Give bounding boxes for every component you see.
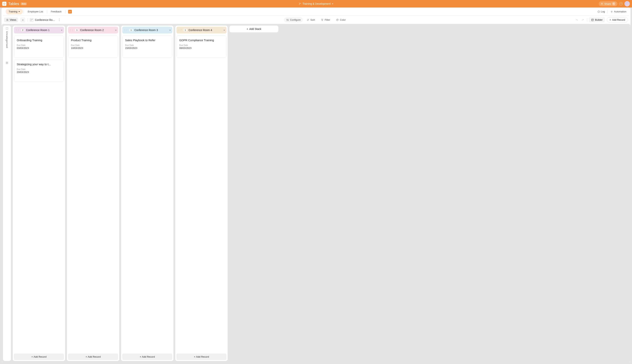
drag-handle-icon[interactable]: ⋮⋮: [124, 29, 128, 32]
chevron-down-icon[interactable]: [169, 28, 171, 32]
cards-list: Sales Playbook to ReferDue Date15/03/202…: [122, 34, 172, 352]
sort-button[interactable]: Sort: [304, 17, 317, 22]
stack-header[interactable]: ⋮⋮2Conference Room 1: [14, 27, 64, 34]
tab-bar: Training Employee List Feedback + Log Au…: [3, 8, 629, 16]
card-title: Strategizing your way to t...: [17, 62, 61, 66]
board-area: Uncategorised 0 ⋮⋮2Conference Room 1Onbo…: [2, 24, 630, 362]
user-avatar[interactable]: [624, 1, 630, 6]
add-stack-button[interactable]: +Add Stack: [230, 26, 278, 32]
card-title: Onboarding Training: [17, 38, 61, 42]
plus-icon: +: [194, 355, 195, 358]
uncategorised-count: 0: [5, 61, 9, 64]
cards-list: Onboarding TrainingDue Date03/03/2023Str…: [14, 34, 64, 352]
svg-point-12: [337, 20, 337, 20]
stack-header[interactable]: ⋮⋮1Conference Room 4: [176, 27, 227, 34]
svg-rect-7: [31, 19, 32, 21]
configure-button[interactable]: Configure: [284, 17, 303, 22]
due-date-label: Due Date: [71, 44, 115, 46]
app-title: Tables: [8, 2, 19, 6]
plus-icon: +: [247, 28, 248, 30]
layout-icon: [591, 18, 594, 21]
chevron-down-icon: [332, 2, 333, 5]
help-button[interactable]: ?: [619, 2, 622, 6]
share-button[interactable]: Share 6: [599, 1, 617, 6]
uncategorised-label: Uncategorised: [6, 31, 9, 48]
add-record-stack-button[interactable]: +Add Record: [14, 354, 64, 360]
add-record-stack-button[interactable]: +Add Record: [176, 354, 227, 360]
card[interactable]: Onboarding TrainingDue Date03/03/2023: [14, 36, 64, 58]
view-more-button[interactable]: ⋮: [57, 17, 62, 22]
card[interactable]: Sales Playbook to ReferDue Date15/03/202…: [122, 36, 172, 58]
stack-header[interactable]: ⋮⋮1Conference Room 2: [68, 27, 118, 34]
card-title: Sales Playbook to Refer: [125, 38, 170, 42]
stack-name: Conference Room 1: [26, 28, 50, 32]
filter-button[interactable]: Filter: [319, 17, 332, 22]
due-date-value: 20/03/2023: [17, 71, 61, 74]
top-header: Tables Beta Training & Development Share…: [0, 0, 632, 8]
svg-point-2: [300, 3, 301, 4]
app-logo[interactable]: [2, 2, 7, 6]
plus-icon: +: [32, 355, 33, 358]
separator: [28, 18, 28, 22]
stack-name: Conference Room 3: [134, 28, 158, 32]
builder-button[interactable]: Builder: [589, 17, 605, 22]
chevron-down-icon[interactable]: [223, 28, 225, 32]
clock-icon: [597, 10, 600, 13]
view-name[interactable]: Conference Ro...: [30, 18, 55, 22]
plus-icon: +: [140, 355, 141, 358]
undo-button[interactable]: [575, 18, 579, 22]
tab-feedback[interactable]: Feedback: [48, 9, 65, 14]
stack: ⋮⋮1Conference Room 4GDPR Compliance Trai…: [175, 26, 228, 361]
redo-button[interactable]: [581, 18, 585, 22]
add-tab-button[interactable]: +: [68, 10, 72, 14]
due-date-value: 10/03/2023: [71, 47, 115, 50]
stacks-container: ⋮⋮2Conference Room 1Onboarding TrainingD…: [13, 26, 629, 361]
views-button[interactable]: Views: [4, 18, 18, 22]
svg-point-13: [337, 19, 337, 20]
log-button[interactable]: Log: [597, 10, 605, 13]
add-view-button[interactable]: +: [20, 18, 25, 22]
beta-badge: Beta: [21, 2, 27, 5]
automation-button[interactable]: Automation: [610, 10, 626, 13]
cards-list: GDPR Compliance TrainingDue Date08/03/20…: [176, 34, 227, 352]
svg-rect-8: [32, 19, 33, 20]
due-date-label: Due Date: [17, 68, 61, 70]
plus-icon: +: [86, 355, 87, 358]
share-count: 6: [612, 2, 615, 6]
stack-count: 1: [75, 29, 79, 32]
chevron-down-icon[interactable]: [115, 28, 117, 32]
branch-icon: [299, 2, 301, 5]
stack-count: 1: [184, 29, 187, 32]
undo-icon: [575, 18, 578, 21]
add-record-stack-button[interactable]: +Add Record: [68, 354, 118, 360]
cards-list: Product TrainingDue Date10/03/2023: [68, 34, 118, 352]
due-date-label: Due Date: [125, 44, 170, 46]
expand-icon[interactable]: [6, 27, 8, 30]
list-icon: [6, 18, 9, 21]
stack-header[interactable]: ⋮⋮1Conference Room 3: [122, 27, 172, 34]
project-switcher[interactable]: Training & Development: [299, 2, 333, 5]
stack-name: Conference Room 2: [80, 28, 104, 32]
tab-employee-list[interactable]: Employee List: [25, 9, 46, 14]
svg-point-11: [288, 20, 289, 20]
stack-count: 1: [129, 29, 133, 32]
chevron-down-icon[interactable]: [61, 28, 63, 32]
card[interactable]: Product TrainingDue Date10/03/2023: [68, 36, 118, 58]
svg-point-1: [299, 4, 299, 5]
drag-handle-icon[interactable]: ⋮⋮: [70, 29, 74, 32]
project-name: Training & Development: [302, 2, 331, 5]
uncategorised-rail[interactable]: Uncategorised 0: [3, 26, 11, 361]
tab-training[interactable]: Training: [6, 9, 23, 14]
drag-handle-icon[interactable]: ⋮⋮: [16, 29, 20, 32]
add-record-stack-button[interactable]: +Add Record: [122, 354, 172, 360]
stack: ⋮⋮1Conference Room 2Product TrainingDue …: [67, 26, 119, 361]
card[interactable]: GDPR Compliance TrainingDue Date08/03/20…: [176, 36, 227, 58]
add-record-button[interactable]: + Add Record: [607, 17, 628, 22]
card-title: GDPR Compliance Training: [179, 38, 224, 42]
color-button[interactable]: Color: [334, 17, 348, 22]
card[interactable]: Strategizing your way to t...Due Date20/…: [14, 60, 64, 82]
svg-point-0: [299, 3, 299, 3]
drag-handle-icon[interactable]: ⋮⋮: [178, 29, 182, 32]
redo-icon: [581, 18, 584, 21]
stack-name: Conference Room 4: [189, 28, 212, 32]
